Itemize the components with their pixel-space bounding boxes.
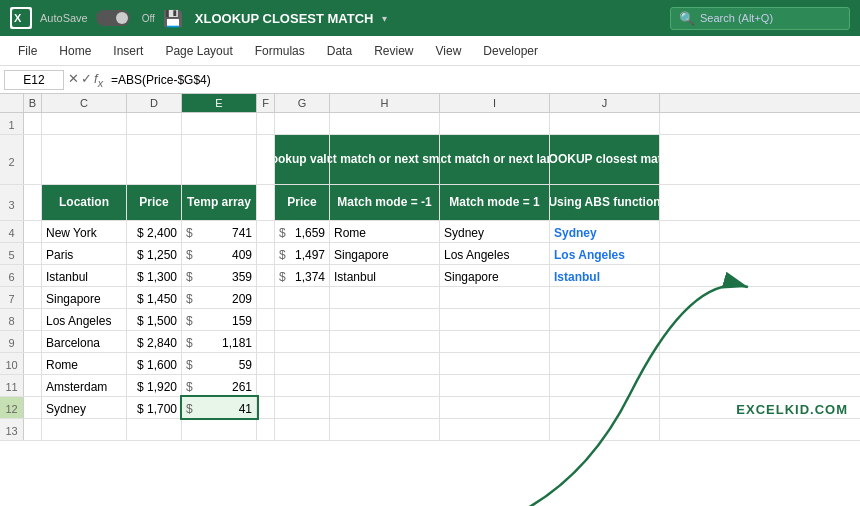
cell-h7[interactable] xyxy=(330,287,440,308)
cell-j9[interactable] xyxy=(550,331,660,352)
col-header-d[interactable]: D xyxy=(127,94,182,112)
cell-b5[interactable] xyxy=(24,243,42,264)
cell-h13[interactable] xyxy=(330,419,440,440)
cell-b7[interactable] xyxy=(24,287,42,308)
cell-h1[interactable] xyxy=(330,113,440,134)
cell-e7-temp[interactable]: $209 xyxy=(182,287,257,308)
cell-b10[interactable] xyxy=(24,353,42,374)
cell-f11[interactable] xyxy=(257,375,275,396)
cell-e9-temp[interactable]: $1,181 xyxy=(182,331,257,352)
cell-c9-location[interactable]: Barcelona xyxy=(42,331,127,352)
cell-c7-location[interactable]: Singapore xyxy=(42,287,127,308)
cell-j10[interactable] xyxy=(550,353,660,374)
cell-h9[interactable] xyxy=(330,331,440,352)
cell-g9[interactable] xyxy=(275,331,330,352)
cell-d9-price[interactable]: $ 2,840 xyxy=(127,331,182,352)
cell-d4-price[interactable]: $ 2,400 xyxy=(127,221,182,242)
cell-d1[interactable] xyxy=(127,113,182,134)
search-box[interactable]: 🔍 Search (Alt+Q) xyxy=(670,7,850,30)
cell-h11[interactable] xyxy=(330,375,440,396)
cell-i2-exact-larger[interactable]: Exact match or next larger xyxy=(440,135,550,184)
cell-d3-price[interactable]: Price xyxy=(127,185,182,220)
autosave-toggle[interactable] xyxy=(96,10,130,26)
col-header-g[interactable]: G xyxy=(275,94,330,112)
cell-i8[interactable] xyxy=(440,309,550,330)
cell-g3-price[interactable]: Price xyxy=(275,185,330,220)
cell-j2-xlookup[interactable]: XLOOKUP closest match xyxy=(550,135,660,184)
cell-h12[interactable] xyxy=(330,397,440,418)
formula-input[interactable] xyxy=(107,73,856,87)
menu-developer[interactable]: Developer xyxy=(473,40,548,62)
cell-i4-result[interactable]: Sydney xyxy=(440,221,550,242)
cell-reference-input[interactable] xyxy=(4,70,64,90)
cell-e11-temp[interactable]: $261 xyxy=(182,375,257,396)
menu-insert[interactable]: Insert xyxy=(103,40,153,62)
cell-f4[interactable] xyxy=(257,221,275,242)
cell-j4-result[interactable]: Sydney xyxy=(550,221,660,242)
cell-i12[interactable] xyxy=(440,397,550,418)
cell-h2-exact-smaller[interactable]: Exact match or next smaller xyxy=(330,135,440,184)
cell-j7[interactable] xyxy=(550,287,660,308)
cell-i11[interactable] xyxy=(440,375,550,396)
cell-e12-temp-selected[interactable]: $41 xyxy=(182,397,257,418)
col-header-c[interactable]: C xyxy=(42,94,127,112)
col-header-j[interactable]: J xyxy=(550,94,660,112)
menu-file[interactable]: File xyxy=(8,40,47,62)
cell-c2[interactable] xyxy=(42,135,127,184)
cell-d5-price[interactable]: $ 1,250 xyxy=(127,243,182,264)
cell-d7-price[interactable]: $ 1,450 xyxy=(127,287,182,308)
cell-j12[interactable] xyxy=(550,397,660,418)
file-title-dropdown[interactable]: ▾ xyxy=(382,13,387,24)
cell-g4-price[interactable]: $1,659 xyxy=(275,221,330,242)
cell-h3-match-mode-neg1[interactable]: Match mode = -1 xyxy=(330,185,440,220)
cell-g7[interactable] xyxy=(275,287,330,308)
cell-c10-location[interactable]: Rome xyxy=(42,353,127,374)
cell-j13[interactable] xyxy=(550,419,660,440)
cell-c12-location[interactable]: Sydney xyxy=(42,397,127,418)
cell-j3-using-abs[interactable]: Using ABS function xyxy=(550,185,660,220)
cell-g13[interactable] xyxy=(275,419,330,440)
cell-d10-price[interactable]: $ 1,600 xyxy=(127,353,182,374)
cell-f3[interactable] xyxy=(257,185,275,220)
col-header-h[interactable]: H xyxy=(330,94,440,112)
cell-i3-match-mode-1[interactable]: Match mode = 1 xyxy=(440,185,550,220)
cell-h8[interactable] xyxy=(330,309,440,330)
cell-f8[interactable] xyxy=(257,309,275,330)
cell-b3[interactable] xyxy=(24,185,42,220)
cell-g2-lookup-value[interactable]: Lookup value xyxy=(275,135,330,184)
cell-j6-result[interactable]: Istanbul xyxy=(550,265,660,286)
cell-b13[interactable] xyxy=(24,419,42,440)
cell-b9[interactable] xyxy=(24,331,42,352)
cell-h10[interactable] xyxy=(330,353,440,374)
cell-b4[interactable] xyxy=(24,221,42,242)
cell-d2[interactable] xyxy=(127,135,182,184)
cell-g8[interactable] xyxy=(275,309,330,330)
cell-i6-result[interactable]: Singapore xyxy=(440,265,550,286)
cell-c6-location[interactable]: Istanbul xyxy=(42,265,127,286)
cell-c8-location[interactable]: Los Angeles xyxy=(42,309,127,330)
cancel-icon[interactable]: ✕ xyxy=(68,71,79,89)
cell-i1[interactable] xyxy=(440,113,550,134)
confirm-icon[interactable]: ✓ xyxy=(81,71,92,89)
cell-e5-temp[interactable]: $409 xyxy=(182,243,257,264)
cell-g12[interactable] xyxy=(275,397,330,418)
cell-d6-price[interactable]: $ 1,300 xyxy=(127,265,182,286)
cell-e6-temp[interactable]: $359 xyxy=(182,265,257,286)
cell-f10[interactable] xyxy=(257,353,275,374)
cell-d8-price[interactable]: $ 1,500 xyxy=(127,309,182,330)
cell-j1[interactable] xyxy=(550,113,660,134)
cell-b1[interactable] xyxy=(24,113,42,134)
menu-data[interactable]: Data xyxy=(317,40,362,62)
cell-c5-location[interactable]: Paris xyxy=(42,243,127,264)
cell-e1[interactable] xyxy=(182,113,257,134)
cell-i5-result[interactable]: Los Angeles xyxy=(440,243,550,264)
cell-i13[interactable] xyxy=(440,419,550,440)
menu-view[interactable]: View xyxy=(426,40,472,62)
cell-f12[interactable] xyxy=(257,397,275,418)
cell-e3-temp-array[interactable]: Temp array xyxy=(182,185,257,220)
cell-f1[interactable] xyxy=(257,113,275,134)
menu-home[interactable]: Home xyxy=(49,40,101,62)
cell-i9[interactable] xyxy=(440,331,550,352)
col-header-i[interactable]: I xyxy=(440,94,550,112)
cell-i10[interactable] xyxy=(440,353,550,374)
